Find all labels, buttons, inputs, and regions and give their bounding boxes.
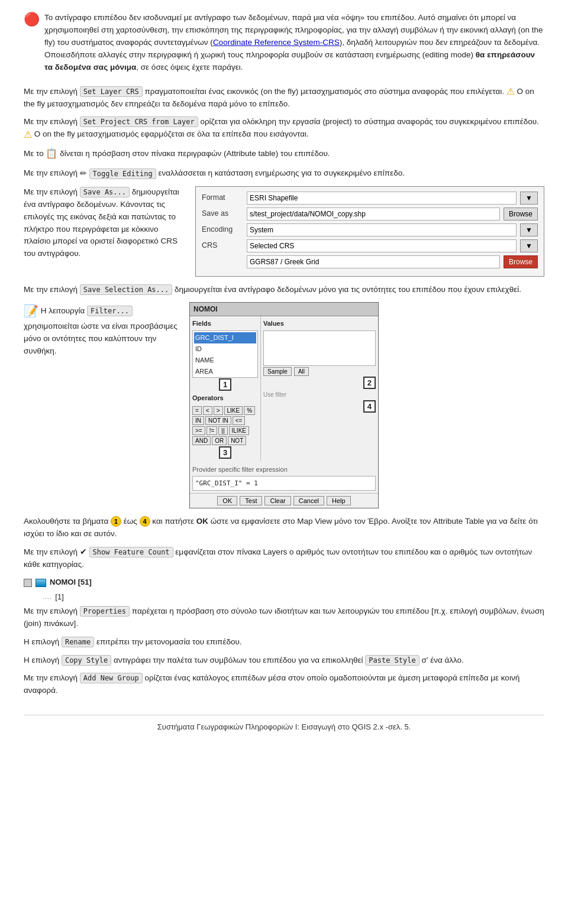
all-btn[interactable]: All	[294, 367, 309, 376]
copy-style-para: Η επιλογή Copy Style αντιγράφει την παλέ…	[24, 654, 544, 667]
filter-dialog-body: Fields GRC_DIST_I ID NAME AREA DENIST_94…	[190, 316, 378, 461]
dialog-crs-row1: CRS ▼	[202, 239, 538, 252]
operators-title: Operators	[192, 393, 258, 403]
crs-browse-btn[interactable]: Browse	[504, 255, 538, 268]
dialog-format-row: Format ▼	[202, 192, 538, 205]
field-item-grc[interactable]: GRC_DIST_I	[194, 332, 256, 343]
paste-style-btn: Paste Style	[365, 655, 419, 666]
set-layer-crs-para: Με την επιλογή Set Layer CRS πραγματοποι…	[24, 86, 544, 111]
filter-value-btns: Sample All 2 Use filter	[263, 367, 376, 400]
op-not[interactable]: NOT	[228, 436, 246, 445]
op-concat[interactable]: ||	[218, 426, 227, 435]
encoding-arrow-btn[interactable]: ▼	[520, 223, 538, 236]
values-title: Values	[263, 319, 376, 329]
save-as-text: Με την επιλογή Save As... δημιουργείται …	[24, 186, 183, 267]
filter-dialog-box: NOMOI Fields GRC_DIST_I ID NAME AREA DEN…	[189, 302, 379, 508]
filter-dialog: NOMOI Fields GRC_DIST_I ID NAME AREA DEN…	[189, 302, 379, 508]
crs-arrow-btn[interactable]: ▼	[520, 239, 538, 252]
filter-text: 📝 Η λειτουργία Filter... χρησιμοποιείται…	[24, 302, 178, 364]
filter-doc-icon: 📝	[24, 304, 38, 317]
save-as-dialog: Format ▼ Save as Browse Encoding ▼	[195, 186, 544, 277]
format-input[interactable]	[247, 192, 517, 205]
nomoi-sub-count: [1]	[55, 591, 63, 603]
nomoi-sub-label: ….	[43, 591, 51, 602]
format-arrow-btn[interactable]: ▼	[520, 192, 538, 205]
crs-input2[interactable]	[247, 255, 500, 268]
rename-para: Η επιλογή Rename επιτρέπει την μετονομασ…	[24, 636, 544, 649]
filter-help-btn[interactable]: Help	[327, 496, 351, 505]
set-layer-crs-btn: Set Layer CRS	[80, 86, 143, 97]
layer-icon	[36, 579, 46, 587]
save-as-section: Με την επιλογή Save As... δημιουργείται …	[24, 186, 544, 277]
filter-cancel-btn[interactable]: Cancel	[293, 496, 324, 505]
op-gte[interactable]: >=	[192, 426, 205, 435]
field-item-id[interactable]: ID	[194, 343, 256, 355]
filter-clear-btn[interactable]: Clear	[264, 496, 291, 505]
badge-4: 4	[363, 400, 376, 413]
format-label: Format	[202, 192, 243, 203]
warning-block: 🔴 Το αντίγραφο επιπέδου δεν ισοδυναμεί μ…	[24, 12, 544, 80]
op-gt[interactable]: >	[214, 406, 223, 415]
field-item-denist[interactable]: DENIST_94	[194, 378, 256, 378]
op-in[interactable]: IN	[192, 416, 204, 425]
encoding-input[interactable]	[247, 223, 517, 236]
op-pct[interactable]: %	[244, 406, 255, 415]
pencil-icon: ✏	[80, 168, 87, 178]
expr-label: Provider specific filter expression	[190, 465, 378, 475]
filter-btn: Filter...	[87, 306, 133, 316]
op-lte[interactable]: <=	[233, 416, 246, 425]
filter-test-btn[interactable]: Test	[240, 496, 262, 505]
toggle-editing-btn: Toggle Editing	[89, 168, 156, 179]
ops-grid: = < > LIKE % IN NOT IN <= >= != ||	[192, 406, 258, 445]
operators-panel: Operators = < > LIKE % IN NOT IN <= >=	[192, 393, 258, 458]
sample-btn[interactable]: Sample	[263, 367, 292, 376]
toggle-editing-para: Με την επιλογή ✏ Toggle Editing εναλλάσσ…	[24, 167, 544, 180]
filter-section: 📝 Η λειτουργία Filter... χρησιμοποιείται…	[24, 302, 544, 508]
filter-values-panel: Values Sample All 2 Use	[261, 316, 378, 461]
op-and[interactable]: AND	[192, 436, 211, 445]
filter-footer: OK Test Clear Cancel Help	[190, 493, 378, 508]
save-as-btn: Save As...	[80, 187, 130, 197]
nomoi-display: NOMOI [51]	[24, 576, 544, 588]
filter-ok-btn[interactable]: OK	[217, 496, 237, 505]
copy-style-btn: Copy Style	[62, 655, 111, 666]
op-ilike[interactable]: ILIKE	[229, 426, 249, 435]
expr-box[interactable]: "GRC_DIST_I" = 1	[192, 476, 376, 491]
nomoi-sub-display: …. [1]	[24, 591, 544, 603]
add-new-group-para: Με την επιλογή Add New Group ορίζεται έν…	[24, 672, 544, 697]
step-1-badge: 1	[111, 516, 121, 527]
page-footer: Συστήματα Γεωγραφικών Πληροφοριών Ι: Εισ…	[24, 715, 544, 733]
crs-input1[interactable]	[247, 239, 517, 252]
fields-listbox[interactable]: GRC_DIST_I ID NAME AREA DENIST_94 PO_I_I…	[192, 330, 258, 378]
set-project-crs-para: Με την επιλογή Set Project CRS from Laye…	[24, 116, 544, 141]
save-as-dialog-box: Format ▼ Save as Browse Encoding ▼	[195, 186, 544, 277]
saveas-browse-btn[interactable]: Browse	[504, 208, 538, 221]
nomoi-label: NOMOI [51]	[50, 576, 92, 588]
saveas-input[interactable]	[247, 208, 500, 221]
op-or[interactable]: OR	[212, 436, 227, 445]
save-selection-para: Με την επιλογή Save Selection As... δημι…	[24, 284, 544, 296]
op-neq[interactable]: !=	[206, 426, 218, 435]
badge-2: 2	[363, 377, 376, 389]
op-eq[interactable]: =	[192, 406, 202, 415]
badge-1: 1	[219, 378, 231, 391]
op-notin[interactable]: NOT IN	[205, 416, 231, 425]
filter-fields-panel: Fields GRC_DIST_I ID NAME AREA DENIST_94…	[190, 316, 261, 461]
op-like[interactable]: LIKE	[224, 406, 243, 415]
field-item-area[interactable]: AREA	[194, 366, 256, 377]
op-lt[interactable]: <	[203, 406, 212, 415]
crs-link[interactable]: Coordinate Reference System-CRS	[213, 38, 340, 47]
encoding-label: Encoding	[202, 224, 243, 235]
checkmark-icon: ✔	[80, 547, 87, 556]
add-new-group-btn: Add New Group	[80, 673, 143, 683]
dialog-encoding-row: Encoding ▼	[202, 223, 538, 236]
nomoi-checkbox[interactable]	[24, 579, 32, 587]
footer-text: Συστήματα Γεωγραφικών Πληροφοριών Ι: Εισ…	[157, 722, 411, 731]
set-project-crs-btn: Set Project CRS from Layer	[80, 116, 198, 127]
show-feature-count-btn: Show Feature Count	[89, 547, 173, 557]
dialog-saveas-row: Save as Browse	[202, 208, 538, 221]
save-selection-btn: Save Selection As...	[80, 284, 173, 295]
field-item-name[interactable]: NAME	[194, 355, 256, 366]
properties-para: Με την επιλογή Properties παρέχεται η πρ…	[24, 605, 544, 630]
values-listbox[interactable]	[263, 330, 376, 366]
